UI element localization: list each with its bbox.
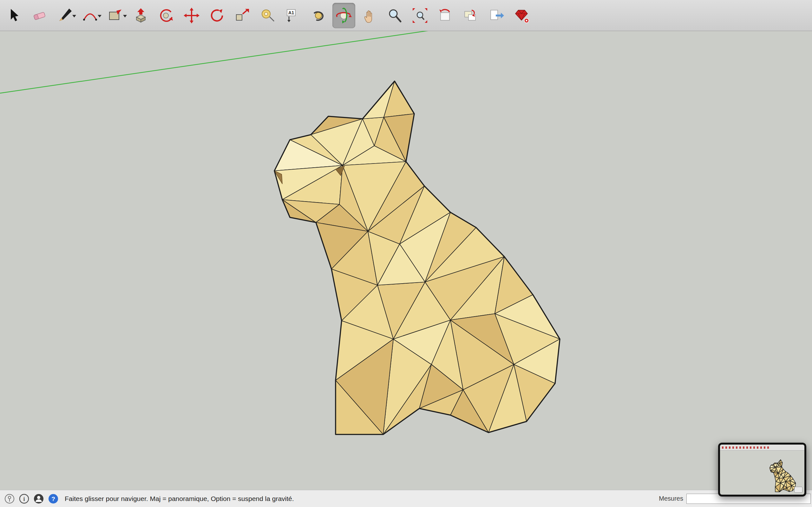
orbit-tool-button[interactable]: [333, 3, 355, 28]
export-tool-button[interactable]: [485, 3, 507, 28]
page-blue-arrow-icon: [488, 7, 505, 24]
pencil-icon: [56, 7, 73, 24]
magnifier-icon: [386, 7, 403, 24]
circular-arrows-icon: [208, 7, 225, 24]
text-tool-button[interactable]: A1: [282, 3, 305, 28]
viewport[interactable]: [0, 31, 812, 490]
offset-tool-button[interactable]: [155, 3, 177, 28]
hand-icon: [361, 7, 378, 24]
status-icons: i ?: [4, 493, 59, 504]
arc-icon: [82, 7, 99, 24]
preview-toolbar: [720, 445, 804, 451]
arc-dropdown-arrow-icon[interactable]: [98, 15, 101, 17]
box-up-arrow-icon: [132, 7, 149, 24]
move-tool-button[interactable]: [180, 3, 203, 28]
help-button[interactable]: ?: [48, 493, 59, 504]
extension-warehouse-tool-button[interactable]: [510, 3, 533, 28]
arc-tool-button[interactable]: [79, 3, 101, 28]
info-icon: i: [19, 493, 30, 504]
swirl-icon: [310, 7, 327, 24]
rectangle-pen-icon: [107, 7, 124, 24]
tape-measure-tool-button[interactable]: [256, 3, 279, 28]
push-pull-tool-button[interactable]: [130, 3, 152, 28]
account-button[interactable]: [33, 493, 44, 504]
status-bar: i ? Faites glisser pour naviguer. Maj = …: [0, 490, 812, 507]
scale-arrow-icon: [234, 7, 251, 24]
shapes-tool-button[interactable]: [104, 3, 127, 28]
main-toolbar: A1: [0, 0, 812, 31]
zoom-extents-tool-button[interactable]: [409, 3, 432, 28]
measures-label: Mesures: [659, 495, 683, 502]
status-message: Faites glisser pour naviguer. Maj = pano…: [65, 495, 294, 503]
page-undo-icon: [437, 7, 454, 24]
dog-model[interactable]: [273, 79, 565, 437]
paint-tool-button[interactable]: [307, 3, 330, 28]
four-way-arrow-icon: [183, 7, 200, 24]
text-tool-glyph: A1: [288, 10, 294, 15]
help-glyph: ?: [51, 496, 55, 502]
line-tool-button[interactable]: [53, 3, 76, 28]
preview-badge: [794, 487, 803, 493]
preview-toolbar-icons: [722, 447, 769, 449]
shapes-dropdown-arrow-icon[interactable]: [123, 15, 127, 17]
eraser-icon: [31, 7, 48, 24]
help-icon: ?: [48, 493, 59, 504]
account-icon: [33, 493, 44, 504]
rotate-tool-button[interactable]: [206, 3, 229, 28]
select-tool-button[interactable]: [3, 3, 26, 28]
info-glyph: i: [23, 496, 25, 502]
text-a1-icon: A1: [285, 7, 302, 24]
arrow-cursor-icon: [5, 7, 22, 24]
geolocate-button[interactable]: [4, 493, 15, 504]
curved-arrow-icon: [158, 7, 175, 24]
orbit-icon: [335, 7, 352, 24]
preview-viewport: [720, 445, 804, 495]
line-dropdown-arrow-icon[interactable]: [72, 15, 76, 17]
eraser-tool-button[interactable]: [28, 3, 51, 28]
tape-measure-icon: [259, 7, 276, 24]
preview-dog-model: [769, 459, 796, 492]
scale-tool-button[interactable]: [231, 3, 254, 28]
red-gem-gear-icon: [513, 7, 530, 24]
zoom-tool-button[interactable]: [383, 3, 406, 28]
previous-view-tool-button[interactable]: [434, 3, 457, 28]
pan-tool-button[interactable]: [358, 3, 380, 28]
pages-arrow-icon: [462, 7, 479, 24]
geolocate-icon: [4, 493, 15, 504]
info-button[interactable]: i: [18, 493, 30, 504]
views-tool-button[interactable]: [459, 3, 482, 28]
magnifier-arrows-icon: [411, 7, 428, 24]
preview-window[interactable]: [718, 443, 806, 497]
